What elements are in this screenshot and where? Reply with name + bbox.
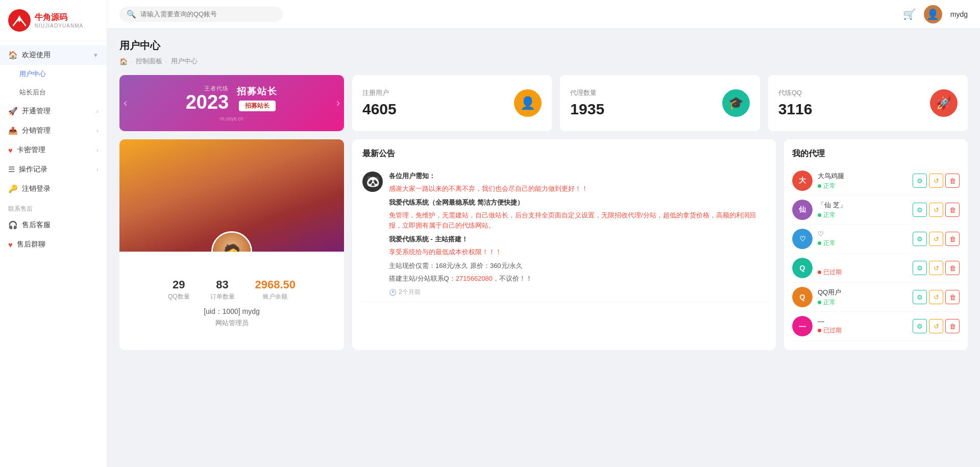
agent-item-1: 大 大鸟鸡腿 正常 ⚙ ↺ 🗑 (792, 166, 960, 195)
sidebar-item-site-backend[interactable]: 站长后台 (0, 83, 107, 102)
sidebar-item-oplog[interactable]: ☰ 操作记录 › (0, 160, 107, 179)
agent-info-2: 「仙 芝」 正常 (818, 201, 908, 219)
stat-label-agent: 代理数量 (570, 88, 604, 97)
sidebar-item-user-center[interactable]: 用户中心 (0, 65, 107, 83)
welcome-label: 欢迎使用 (22, 51, 51, 60)
sidebar-item-customer-service[interactable]: 🎧 售后客服 (0, 215, 107, 235)
profile-stat-balance: 2968.50 账户余额 (255, 278, 296, 301)
top-row: ‹ 王者代练 2023 招募站长 招募站长 m.uoye.cn › (119, 75, 968, 131)
agent-item-5: Q QQ用户 正常 ⚙ ↺ 🗑 (792, 283, 960, 312)
agent-status-1: 正常 (818, 182, 908, 190)
share-icon: 📤 (8, 126, 18, 135)
banner-right-arrow[interactable]: › (336, 96, 340, 110)
customer-service-label: 售后客服 (22, 220, 51, 230)
support-group-label: 售后群聊 (17, 240, 45, 249)
distribution-label: 分销管理 (22, 126, 51, 135)
search-input[interactable] (140, 10, 273, 18)
agent-settings-btn-2[interactable]: ⚙ (913, 203, 927, 217)
agent-delete-btn-6[interactable]: 🗑 (945, 319, 960, 333)
agent-status-2: 正常 (818, 211, 908, 219)
banner-btn[interactable]: 招募站长 (239, 101, 276, 111)
agent-actions-5: ⚙ ↺ 🗑 (913, 290, 960, 304)
stat-label-registered: 注册用户 (362, 88, 397, 97)
agent-refresh-btn-6[interactable]: ↺ (929, 319, 943, 333)
banner-left-arrow[interactable]: ‹ (124, 96, 127, 110)
banner-card[interactable]: ‹ 王者代练 2023 招募站长 招募站长 m.uoye.cn › (119, 75, 344, 131)
agent-settings-btn-4[interactable]: ⚙ (913, 261, 927, 275)
agent-delete-btn-3[interactable]: 🗑 (945, 232, 960, 246)
banner-inner: 王者代练 2023 招募站长 招募站长 m.uoye.cn (186, 85, 278, 121)
search-box[interactable]: 🔍 (119, 7, 283, 22)
agent-settings-btn-6[interactable]: ⚙ (913, 319, 927, 333)
announce-text: 感谢大家一路以来的不离不弃，我们也会尽自己的能力做到更好！！ 我爱代练系统（全网… (389, 184, 766, 284)
agent-settings-btn-5[interactable]: ⚙ (913, 290, 927, 304)
agent-refresh-btn-4[interactable]: ↺ (929, 261, 943, 275)
agent-delete-btn-1[interactable]: 🗑 (945, 174, 960, 188)
agent-refresh-btn-1[interactable]: ↺ (929, 174, 943, 188)
agent-status-dot-1 (818, 184, 821, 188)
profile-order-value: 83 (210, 278, 235, 291)
topbar-username[interactable]: mydg (950, 10, 968, 18)
announce-time: 🕐 2个月前 (389, 288, 766, 297)
agent-avatar-6: — (792, 316, 813, 336)
agent-delete-btn-2[interactable]: 🗑 (945, 203, 960, 217)
stat-icon-agentqq: 🚀 (930, 89, 958, 117)
agent-actions-2: ⚙ ↺ 🗑 (913, 203, 960, 217)
profile-qq-label: QQ数量 (168, 292, 190, 301)
profile-stats: 29 QQ数量 83 订单数量 2968.50 账户余额 (158, 278, 306, 301)
agent-avatar-3: ♡ (792, 229, 813, 249)
user-avatar[interactable]: 👤 (924, 5, 942, 23)
agents-card: 我的代理 大 大鸟鸡腿 正常 ⚙ ↺ (784, 139, 968, 350)
sidebar-item-distribution[interactable]: 📤 分销管理 › (0, 121, 107, 140)
announce-body: 各位用户需知： 感谢大家一路以来的不离不弃，我们也会尽自己的能力做到更好！！ 我… (389, 171, 766, 297)
agent-delete-btn-5[interactable]: 🗑 (945, 290, 960, 304)
sidebar-item-logout[interactable]: 🔑 注销登录 (0, 179, 107, 199)
agent-name-5: QQ用户 (818, 288, 908, 297)
topbar: 🔍 🛒 👤 mydg (107, 0, 980, 29)
agent-status-dot-3 (818, 241, 821, 245)
cart-icon[interactable]: 🛒 (903, 8, 916, 20)
heart-icon: ♥ (8, 146, 13, 155)
profile-stat-order: 83 订单数量 (210, 278, 235, 301)
agent-status-dot-2 (818, 213, 821, 217)
announcement-title: 最新公告 (362, 149, 766, 159)
profile-qq-value: 29 (168, 278, 190, 291)
agent-actions-6: ⚙ ↺ 🗑 (913, 319, 960, 333)
open-management-label: 开通管理 (22, 107, 51, 116)
group-heart-icon: ♥ (8, 240, 13, 249)
stat-card-registered: 注册用户 4605 👤 (352, 75, 552, 131)
stat-card-agentqq: 代练QQ 3116 🚀 (768, 75, 968, 131)
agent-info-4: 已过期 (818, 259, 908, 277)
breadcrumb-home-icon: 🏠 (119, 58, 128, 65)
home-icon: 🏠 (8, 51, 18, 60)
bottom-row: 🧑 29 QQ数量 83 订单数量 2968.50 账户余额 (119, 139, 968, 350)
agent-avatar-5: Q (792, 287, 813, 307)
sidebar-item-open-management[interactable]: 🚀 开通管理 › (0, 102, 107, 121)
agent-name-1: 大鸟鸡腿 (818, 171, 908, 181)
sidebar-item-card[interactable]: ♥ 卡密管理 › (0, 140, 107, 160)
logo-sub-text: NIUJIAOYUANMA (35, 23, 83, 29)
agent-refresh-btn-2[interactable]: ↺ (929, 203, 943, 217)
sidebar-item-support-group[interactable]: ♥ 售后群聊 (0, 235, 107, 254)
announce-notice: 各位用户需知： (389, 171, 766, 181)
agent-settings-btn-3[interactable]: ⚙ (913, 232, 927, 246)
agent-avatar-2: 仙 (792, 200, 813, 220)
agent-item-6: — — 已过期 ⚙ ↺ 🗑 (792, 312, 960, 341)
agent-refresh-btn-3[interactable]: ↺ (929, 232, 943, 246)
banner-year: 2023 (186, 92, 229, 112)
profile-order-label: 订单数量 (210, 292, 235, 301)
topbar-right: 🛒 👤 mydg (903, 5, 968, 23)
agent-settings-btn-1[interactable]: ⚙ (913, 174, 927, 188)
profile-cover: 🧑 (119, 139, 344, 252)
stat-value-registered: 4605 (362, 101, 397, 118)
profile-balance-label: 账户余额 (255, 292, 296, 301)
sidebar-item-welcome[interactable]: 🏠 欢迎使用 ▼ (0, 45, 107, 65)
agent-status-dot-4 (818, 271, 821, 274)
agent-refresh-btn-5[interactable]: ↺ (929, 290, 943, 304)
agent-delete-btn-4[interactable]: 🗑 (945, 261, 960, 275)
site-backend-label: 站长后台 (19, 88, 46, 96)
agent-status-4: 已过期 (818, 268, 908, 277)
agent-actions-4: ⚙ ↺ 🗑 (913, 261, 960, 275)
agent-name-6: — (818, 317, 908, 325)
chevron-right-icon-4: › (96, 166, 99, 173)
